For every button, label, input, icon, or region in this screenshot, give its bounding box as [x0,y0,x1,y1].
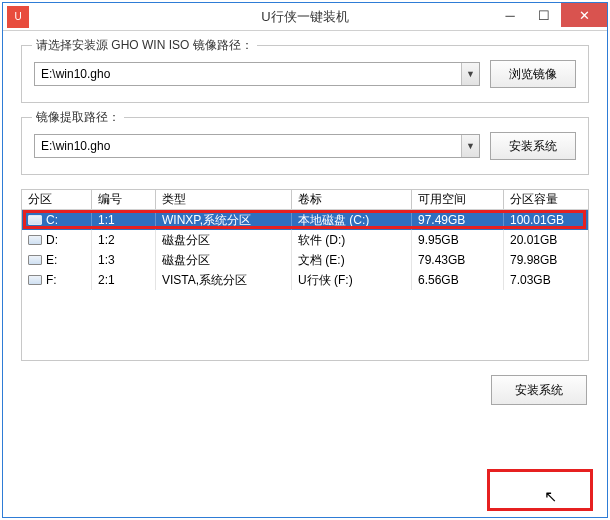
close-button[interactable]: ✕ [561,3,607,27]
table-header: 分区 编号 类型 卷标 可用空间 分区容量 [22,190,588,210]
partition-table: 分区 编号 类型 卷标 可用空间 分区容量 C: 1:1 WINXP,系统分区 … [21,189,589,361]
col-total[interactable]: 分区容量 [504,190,588,209]
drive-icon [28,235,42,245]
table-body: C: 1:1 WINXP,系统分区 本地磁盘 (C:) 97.49GB 100.… [22,210,588,290]
app-icon: U [7,6,29,28]
install-system-button[interactable]: 安装系统 [491,375,587,405]
table-row[interactable]: F: 2:1 VISTA,系统分区 U行侠 (F:) 6.56GB 7.03GB [22,270,588,290]
dropdown-arrow-icon[interactable]: ▼ [461,63,479,85]
content-area: 请选择安装源 GHO WIN ISO 镜像路径： E:\win10.gho ▼ … [3,31,607,415]
source-group: 请选择安装源 GHO WIN ISO 镜像路径： E:\win10.gho ▼ … [21,45,589,103]
col-free[interactable]: 可用空间 [412,190,504,209]
minimize-button[interactable]: ─ [493,3,527,27]
extract-path-value: E:\win10.gho [41,139,110,153]
browse-image-button[interactable]: 浏览镜像 [490,60,576,88]
extract-group-label: 镜像提取路径： [32,109,124,126]
col-type[interactable]: 类型 [156,190,292,209]
drive-icon [28,215,42,225]
table-row[interactable]: C: 1:1 WINXP,系统分区 本地磁盘 (C:) 97.49GB 100.… [22,210,588,230]
col-label[interactable]: 卷标 [292,190,412,209]
highlight-install-button [487,469,593,511]
table-row[interactable]: E: 1:3 磁盘分区 文档 (E:) 79.43GB 79.98GB [22,250,588,270]
footer: 安装系统 [21,375,589,405]
extract-path-combo[interactable]: E:\win10.gho ▼ [34,134,480,158]
source-group-label: 请选择安装源 GHO WIN ISO 镜像路径： [32,37,257,54]
dropdown-arrow-icon[interactable]: ▼ [461,135,479,157]
cursor-icon: ↖ [544,487,557,506]
source-path-combo[interactable]: E:\win10.gho ▼ [34,62,480,86]
window-title: U行侠一键装机 [261,8,348,26]
window-controls: ─ ☐ ✕ [493,3,607,27]
drive-icon [28,255,42,265]
drive-icon [28,275,42,285]
extract-group: 镜像提取路径： E:\win10.gho ▼ 安装系统 [21,117,589,175]
table-row[interactable]: D: 1:2 磁盘分区 软件 (D:) 9.95GB 20.01GB [22,230,588,250]
source-path-value: E:\win10.gho [41,67,110,81]
maximize-button[interactable]: ☐ [527,3,561,27]
col-number[interactable]: 编号 [92,190,156,209]
app-window: U U行侠一键装机 ─ ☐ ✕ 请选择安装源 GHO WIN ISO 镜像路径：… [2,2,608,518]
col-partition[interactable]: 分区 [22,190,92,209]
install-system-button-top[interactable]: 安装系统 [490,132,576,160]
titlebar: U U行侠一键装机 ─ ☐ ✕ [3,3,607,31]
